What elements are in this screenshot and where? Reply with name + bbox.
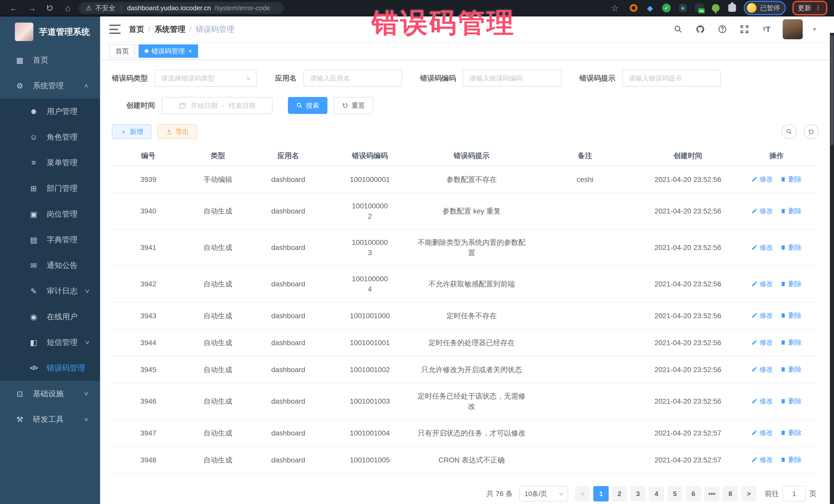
plus-icon: ＋ [120, 127, 127, 136]
page-button-6[interactable]: 6 [686, 486, 701, 501]
delete-link[interactable]: 删除 [780, 428, 802, 438]
browser-home-button[interactable]: ⌂ [61, 1, 75, 15]
delete-link[interactable]: 删除 [780, 174, 802, 184]
kebab-menu-icon[interactable]: ⋮ [815, 4, 822, 12]
error-code-input[interactable] [463, 70, 561, 86]
breadcrumb-item[interactable]: 首页 [129, 24, 144, 35]
tag-active[interactable]: 错误码管理× [138, 44, 198, 58]
page-button-3[interactable]: 3 [630, 486, 646, 501]
edit-link[interactable]: 修改 [751, 206, 773, 216]
sidebar-item-system[interactable]: ⚙系统管理∧ [0, 73, 100, 98]
page-ellipsis[interactable]: ••• [704, 486, 720, 501]
sidebar-item-audit-log[interactable]: ✎审计日志∨ [0, 278, 100, 304]
browser-back-button[interactable]: ← [7, 1, 21, 15]
sidebar-item-dev-tool[interactable]: ⚒研发工具∨ [0, 407, 100, 432]
edit-link[interactable]: 修改 [751, 428, 773, 438]
delete-link[interactable]: 删除 [780, 242, 802, 253]
font-size-icon[interactable]: TT [761, 23, 772, 35]
profile-avatar-emoji [747, 3, 756, 13]
error-type-select[interactable]: 请选择错误码类型 ∨ [154, 70, 257, 87]
date-range-picker[interactable]: 开始日期 - 结束日期 [162, 97, 272, 114]
extension-ublock-icon[interactable] [629, 3, 638, 13]
extensions-puzzle-icon[interactable] [727, 3, 737, 13]
browser-profile-chip[interactable]: 已暂停 [744, 1, 786, 15]
chevron-down-icon[interactable]: ▾ [813, 26, 816, 33]
table-row: 3946自动生成dashboard1001001003定时任务已经处于该状态，无… [112, 383, 819, 420]
edit-link[interactable]: 修改 [751, 337, 773, 348]
cell-id: 3940 [112, 193, 185, 229]
sidebar-item-notice[interactable]: ✉通知公告 [0, 253, 100, 278]
sidebar-item-user[interactable]: ☻用户管理 [0, 98, 100, 124]
next-page-button[interactable]: > [741, 486, 756, 501]
sidebar-item-role[interactable]: ☺角色管理 [0, 124, 100, 150]
browser-reload-button[interactable] [43, 1, 57, 15]
search-button[interactable]: 搜索 [288, 97, 327, 114]
edit-link[interactable]: 修改 [751, 279, 773, 289]
address-bar[interactable]: ⚠ 不安全 dashboard.yudao.iocoder.cn/system/… [79, 2, 284, 14]
extension-gem-icon[interactable]: ◆ [645, 3, 655, 13]
toggle-search-button[interactable] [782, 124, 796, 139]
error-hint-input[interactable] [622, 70, 720, 86]
sidebar-item-sms[interactable]: ◧短信管理∨ [0, 329, 100, 355]
delete-link[interactable]: 删除 [780, 206, 802, 216]
goto-page-input[interactable] [783, 486, 806, 501]
sidebar-logo-row[interactable]: 芋道管理系统 [0, 17, 100, 47]
sidebar-item-infra[interactable]: ⊡基础设施∨ [0, 381, 100, 407]
delete-link[interactable]: 删除 [780, 279, 802, 289]
sidebar-item-home[interactable]: ▦首页 [0, 47, 100, 73]
sidebar-item-online-user[interactable]: ◉在线用户 [0, 304, 100, 329]
edit-link[interactable]: 修改 [751, 364, 773, 374]
edit-link[interactable]: 修改 [751, 242, 773, 253]
fullscreen-icon[interactable] [739, 23, 750, 35]
sidebar-toggle-icon[interactable] [109, 25, 120, 34]
sidebar-item-dict[interactable]: ▤字典管理 [0, 227, 100, 253]
breadcrumb-item[interactable]: 系统管理 [154, 24, 185, 35]
cell-id: 3948 [112, 446, 185, 474]
edit-link[interactable]: 修改 [751, 396, 773, 406]
cell-time: 2021-04-20 23:52:56 [641, 229, 735, 266]
header-search-icon[interactable] [672, 23, 684, 35]
delete-link[interactable]: 删除 [780, 455, 802, 465]
page-content: 错误码类型 请选择错误码类型 ∨ 应用名 错误码编码 [100, 60, 834, 504]
delete-link-label: 删除 [788, 242, 802, 253]
github-icon[interactable] [695, 23, 706, 35]
sidebar-item-dept[interactable]: ⊞部门管理 [0, 176, 100, 201]
sidebar-item-post[interactable]: ▣岗位管理 [0, 201, 100, 227]
app-name-input[interactable] [304, 70, 402, 86]
delete-link[interactable]: 删除 [780, 364, 802, 374]
bookmark-star-icon[interactable]: ☆ [608, 1, 622, 15]
chevron-down-icon: ∨ [83, 390, 89, 397]
edit-link[interactable]: 修改 [751, 174, 773, 184]
close-icon[interactable]: × [188, 47, 192, 54]
edit-link-label: 修改 [760, 455, 773, 465]
page-button-8[interactable]: 8 [723, 486, 738, 501]
user-avatar[interactable] [783, 19, 803, 39]
edit-link[interactable]: 修改 [751, 310, 773, 321]
browser-forward-button[interactable]: → [25, 1, 39, 15]
extension-vue-devtools-icon[interactable]: ✓ [662, 3, 671, 13]
page-button-5[interactable]: 5 [667, 486, 683, 501]
page-size-select[interactable]: 10条/页 ∨ [520, 486, 568, 501]
extension-key-icon[interactable] [711, 3, 721, 13]
prev-page-button[interactable]: < [575, 486, 590, 501]
delete-link[interactable]: 删除 [780, 337, 802, 348]
page-button-1[interactable]: 1 [593, 486, 609, 501]
page-button-4[interactable]: 4 [649, 486, 664, 501]
delete-link[interactable]: 删除 [780, 396, 802, 406]
reset-button[interactable]: 重置 [334, 97, 373, 114]
cell-note [529, 383, 641, 420]
export-button[interactable]: 导出 [158, 124, 197, 139]
browser-update-button[interactable]: 更新 ⋮ [792, 1, 827, 15]
refresh-table-button[interactable] [804, 124, 819, 139]
tag-item[interactable]: 首页 [109, 44, 135, 58]
sidebar-item-error-code[interactable]: </>错误码管理 [0, 355, 100, 381]
delete-link[interactable]: 删除 [780, 310, 802, 321]
extension-switch-icon[interactable]: on [695, 3, 704, 13]
add-button[interactable]: ＋ 新增 [112, 124, 151, 139]
extension-wallet-icon[interactable]: ◆ [678, 3, 688, 13]
help-icon[interactable] [717, 23, 728, 35]
sidebar-item-menu[interactable]: ≡菜单管理 [0, 150, 100, 176]
edit-link[interactable]: 修改 [751, 455, 773, 465]
scrollbar-thumb[interactable] [830, 35, 833, 145]
page-button-2[interactable]: 2 [612, 486, 627, 501]
